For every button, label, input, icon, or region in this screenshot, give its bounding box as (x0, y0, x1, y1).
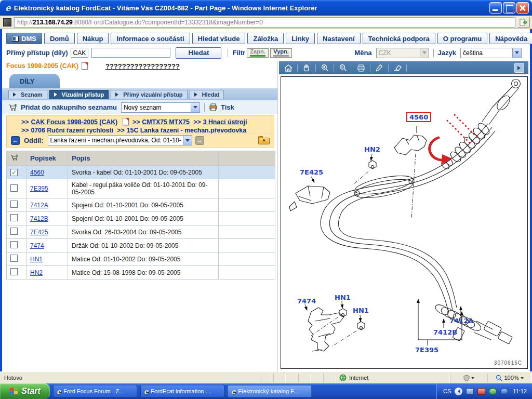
shopping-list-select[interactable]: Nový seznam (121, 102, 200, 113)
draw-pencil-icon[interactable] (374, 63, 384, 73)
page-zoom-button[interactable]: 100% (487, 374, 532, 382)
previous-section-button[interactable]: ← (11, 136, 20, 145)
part-code-link[interactable]: HN1 (30, 256, 43, 263)
row-checkbox[interactable] (10, 201, 18, 208)
url-rest: :8080/Ford/Catalogue.do?componentId=1333… (73, 19, 263, 26)
parts-table: Popisek Popis ✓ 4560 Svorka - kabel Od: … (6, 151, 275, 280)
magnifier-icon (496, 375, 502, 381)
row-checkbox[interactable] (10, 255, 18, 262)
nav-support-button[interactable]: Technická podpora (363, 33, 435, 44)
diagram-label-hn1[interactable]: HN1 (335, 294, 351, 301)
table-row: 7E425 Svorka Od: 26-03-2004 Do: 09-05-20… (7, 225, 275, 239)
diagram-label-7e395[interactable]: 7E395 (415, 346, 438, 354)
maximize-button[interactable] (503, 2, 515, 14)
document-icon[interactable] (82, 62, 88, 70)
nav-about-button[interactable]: O programu (437, 33, 487, 44)
nav-home-button[interactable]: Domů (44, 33, 75, 44)
diagram-label-hn2[interactable]: HN2 (364, 145, 380, 153)
part-description: Matice Od: 15-08-1998 Do: 09-05-2005 (68, 266, 219, 280)
part-code-link[interactable]: 7412A (30, 202, 48, 209)
nav-help-button[interactable]: Nápověda (489, 33, 532, 44)
row-checkbox[interactable] (10, 214, 18, 221)
nav-part-info-button[interactable]: Informace o součásti (111, 33, 190, 44)
nav-links-button[interactable]: Linky (286, 33, 315, 44)
language-select[interactable]: čeština (460, 48, 522, 58)
breadcrumb-link[interactable]: CMTX75 MTX75 (142, 118, 190, 126)
taskbar: Start e Ford Focus Forum - Z... e FordEc… (0, 383, 532, 399)
tray-collapse-button[interactable] (455, 388, 462, 395)
section-select[interactable]: Lanka řazení - mechan.převodovka, Od: 01… (48, 135, 192, 145)
close-button[interactable] (516, 2, 529, 14)
part-code-link[interactable]: 4560 (30, 169, 44, 176)
nav-purchase-button[interactable]: Nákup (77, 33, 109, 44)
taskbar-task-1[interactable]: e Ford Focus Forum - Z... (53, 385, 137, 397)
zoom-in-icon[interactable] (320, 63, 330, 73)
part-code-link[interactable]: 7E395 (30, 185, 48, 192)
filter-off-button[interactable]: Vypn. (270, 48, 292, 58)
row-checkbox[interactable] (10, 184, 18, 192)
search-button[interactable]: Hledat (176, 47, 221, 59)
print-icon (209, 103, 218, 111)
diagram-label-7412b[interactable]: 7412B (433, 328, 457, 336)
alert-icon[interactable] (477, 388, 485, 395)
part-search-input[interactable] (91, 48, 170, 58)
favicon-icon (3, 18, 11, 26)
part-code-link[interactable]: 7474 (30, 242, 44, 249)
add-to-list-label[interactable]: Přidat do nákupního seznamu (21, 103, 117, 111)
breadcrumb-separator: >> (132, 118, 140, 126)
diagram-label-7474[interactable]: 7474 (297, 297, 316, 305)
pan-hand-icon[interactable] (301, 63, 312, 73)
chevron-down-icon (420, 48, 429, 58)
next-section-button[interactable]: → (195, 136, 204, 145)
unknown-link[interactable]: ?????????????????? (105, 62, 180, 70)
folder-up-icon[interactable] (258, 136, 270, 144)
taskbar-task-2[interactable]: e FordEcat information ... (140, 385, 224, 397)
zoom-out-icon[interactable] (338, 63, 348, 73)
expand-panel-button[interactable] (514, 63, 524, 73)
nav-settings-button[interactable]: Nastavení (317, 33, 360, 44)
go-button[interactable] (517, 17, 530, 28)
nav-dms-label: DMS (21, 35, 36, 43)
breadcrumb-separator: >> (21, 118, 29, 126)
print-label[interactable]: Tisk (221, 103, 234, 111)
tab-visual-access[interactable]: Vizuální přístup (49, 90, 109, 99)
minimize-button[interactable] (489, 2, 502, 14)
breadcrumb-link[interactable]: 3 Hnací ústrojí (203, 118, 247, 126)
parts-diagram[interactable]: 4560 HN2 7E425 7474 HN1 HN1 7412A 7412B … (281, 76, 528, 369)
breadcrumb-link[interactable]: CAK Focus 1998-2005 (CAK) (31, 118, 117, 126)
filter-on-button[interactable]: Zapn. (247, 48, 269, 58)
tab-direct-visual-access[interactable]: Přímý vizuální přístup (111, 90, 187, 99)
help-icon[interactable] (500, 388, 508, 395)
row-checkbox[interactable] (10, 228, 18, 235)
diagram-label-7e425[interactable]: 7E425 (300, 168, 323, 176)
tab-list[interactable]: Seznam (8, 90, 47, 99)
language-indicator[interactable]: CS (443, 388, 451, 394)
diagram-label-7412a[interactable]: 7412A (449, 317, 473, 325)
part-code-link[interactable]: HN2 (30, 269, 43, 276)
tab-search[interactable]: Hledat (190, 90, 224, 99)
address-input[interactable]: http://213.168.74.29:8080/Ford/Catalogue… (14, 17, 515, 28)
taskbar-task-3[interactable]: e Elektronický katalog F... (228, 385, 312, 397)
row-checkbox[interactable] (10, 268, 18, 275)
nav-bookmark-button[interactable]: Záložka (247, 33, 284, 44)
currency-label: Měna (354, 49, 371, 57)
nav-search-all-button[interactable]: Hledat všude (192, 33, 246, 44)
eraser-icon[interactable] (392, 63, 403, 73)
update-icon[interactable] (489, 388, 497, 395)
catalogue-code-input[interactable] (71, 48, 88, 58)
part-code-link[interactable]: 7412B (30, 215, 48, 222)
row-checkbox[interactable]: ✓ (10, 169, 18, 176)
row-checkbox[interactable] (10, 241, 18, 248)
part-code-link[interactable]: 7E425 (30, 229, 48, 236)
start-button[interactable]: Start (0, 383, 50, 399)
tab-parts[interactable]: DÍLY (9, 74, 60, 88)
network-icon[interactable] (466, 388, 474, 395)
print-image-icon[interactable] (356, 63, 366, 73)
home-icon[interactable] (283, 63, 294, 73)
nav-dms-button[interactable]: DMS (6, 33, 42, 44)
diagram-label-hn1b[interactable]: HN1 (353, 307, 369, 314)
chevron-down-icon (191, 103, 200, 112)
diagram-label-4560[interactable]: 4560 (406, 112, 431, 122)
start-label: Start (21, 387, 40, 396)
phishing-filter-button[interactable] (450, 374, 487, 382)
